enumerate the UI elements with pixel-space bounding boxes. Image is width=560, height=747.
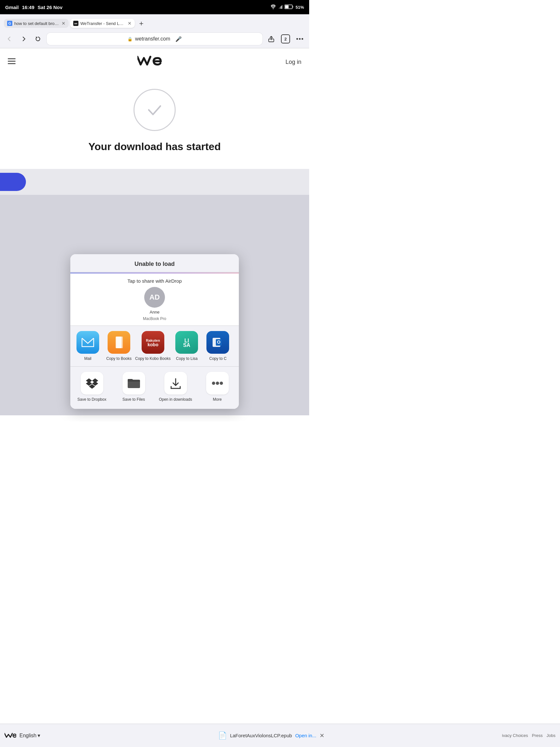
tab-1-favicon: G (7, 21, 12, 26)
tab-2-favicon: we (73, 21, 78, 26)
app-label-books: Copy to Books (106, 356, 132, 361)
svg-text:SA: SA (183, 342, 191, 348)
svg-text:kobo: kobo (148, 342, 158, 347)
status-time: 16:49 (22, 4, 34, 10)
svg-rect-5 (293, 6, 293, 7)
svg-point-34 (216, 382, 219, 385)
svg-text:O: O (217, 339, 221, 345)
action-label-dropbox: Save to Dropbox (77, 397, 106, 402)
svg-point-15 (302, 38, 303, 40)
share-sheet-title: Unable to load (76, 261, 234, 267)
status-bar-left: Gmail 16:49 Sat 26 Nov (5, 4, 62, 10)
app-item-lisa[interactable]: LI SA Copy to Lisa (172, 331, 202, 361)
tab-2-title: WeTransfer - Send Large (80, 21, 126, 26)
svg-rect-16 (8, 58, 16, 59)
menu-button[interactable] (8, 58, 16, 66)
action-item-files[interactable]: Save to Files (115, 372, 153, 402)
action-label-files: Save to Files (123, 397, 145, 402)
app-item-kobo[interactable]: Rakuten kobo Copy to Kobo Books (135, 331, 170, 361)
back-button[interactable] (4, 33, 15, 45)
kobo-app-icon: Rakuten kobo (142, 331, 164, 354)
share-sheet-container: Unable to load Tap to share with AirDrop… (0, 195, 309, 415)
svg-marker-11 (36, 36, 37, 38)
app-label-lisa: Copy to Lisa (176, 356, 198, 361)
lock-icon: 🔒 (127, 36, 133, 42)
svg-point-35 (220, 382, 223, 385)
app-row-scroll: Mail Copy to Books R (73, 331, 236, 361)
action-row: Save to Dropbox Save to Files (70, 367, 239, 409)
app-label-outlook: Copy to C (209, 356, 226, 361)
svg-point-33 (212, 382, 215, 385)
airdrop-device-model: MacBook Pro (143, 316, 166, 321)
reload-button[interactable] (32, 33, 44, 45)
tab-1-title: how to set default brows (14, 21, 60, 26)
tab-1[interactable]: G how to set default brows ✕ (4, 19, 69, 28)
svg-marker-3 (279, 8, 279, 9)
app-label-kobo: Copy to Kobo Books (135, 356, 170, 361)
tab-1-close[interactable]: ✕ (61, 21, 65, 26)
status-bar: Gmail 16:49 Sat 26 Nov (0, 0, 309, 14)
status-date: Sat 26 Nov (37, 4, 62, 10)
svg-marker-1 (281, 6, 281, 9)
airdrop-device-name: Anne (150, 310, 159, 314)
tab-2-close[interactable]: ✕ (128, 21, 132, 26)
share-sheet: Unable to load Tap to share with AirDrop… (70, 254, 239, 409)
app-item-outlook[interactable]: O Copy to C (203, 331, 233, 361)
outlook-app-icon: O (207, 331, 229, 354)
app-item-books[interactable]: Copy to Books (104, 331, 134, 361)
main-content: Your download has started (0, 76, 309, 169)
url-text: wetransfer.com (135, 36, 170, 42)
we-logo (137, 54, 163, 70)
action-item-dropbox[interactable]: Save to Dropbox (73, 372, 111, 402)
svg-text:we: we (74, 22, 77, 25)
lisa-app-icon: LI SA (175, 331, 198, 354)
app-row: Mail Copy to Books R (70, 326, 239, 367)
signal-icon (278, 4, 283, 10)
more-icon-box (206, 372, 229, 394)
login-button[interactable]: Log in (286, 59, 301, 66)
battery-percent: 51% (296, 5, 304, 10)
action-item-more[interactable]: More (198, 372, 236, 402)
tabs-count-badge: 2 (281, 34, 290, 44)
airdrop-section: Tap to share with AirDrop AD Anne MacBoo… (70, 274, 239, 326)
share-sheet-header: Unable to load (70, 254, 239, 272)
svg-text:G: G (8, 21, 11, 25)
svg-rect-6 (285, 5, 288, 8)
action-label-more: More (213, 397, 222, 402)
site-header: Log in (0, 48, 309, 76)
wifi-icon (270, 4, 276, 10)
svg-marker-0 (282, 5, 282, 9)
new-tab-button[interactable]: ＋ (136, 18, 146, 28)
address-field[interactable]: 🔒 wetransfer.com 🎤 (47, 33, 263, 45)
app-label-mail: Mail (84, 356, 91, 361)
dropbox-icon-box (81, 372, 103, 394)
forward-button[interactable] (18, 33, 29, 45)
mic-icon[interactable]: 🎤 (175, 36, 182, 42)
app-name: Gmail (5, 4, 19, 10)
download-title: Your download has started (88, 141, 221, 153)
action-label-downloads: Open in downloads (159, 397, 192, 402)
checkmark-circle (134, 89, 176, 131)
svg-rect-17 (8, 61, 16, 62)
svg-point-13 (296, 38, 298, 40)
airdrop-device[interactable]: AD Anne MacBook Pro (143, 287, 166, 321)
browser-chrome: G how to set default brows ✕ we WeTransf… (0, 14, 309, 48)
action-grid: Save to Dropbox Save to Files (73, 372, 236, 402)
books-app-icon (108, 331, 130, 354)
svg-rect-18 (8, 63, 16, 64)
action-item-downloads[interactable]: Open in downloads (157, 372, 194, 402)
airdrop-tap-text: Tap to share with AirDrop (127, 278, 182, 284)
battery-icon (285, 4, 294, 10)
share-button[interactable] (266, 33, 277, 45)
svg-marker-2 (280, 7, 280, 9)
more-button[interactable] (294, 33, 305, 45)
page-middle (0, 169, 309, 195)
download-button-partial[interactable] (0, 173, 26, 191)
address-bar-row: 🔒 wetransfer.com 🎤 2 (0, 31, 309, 48)
tabs-button[interactable]: 2 (280, 33, 291, 45)
status-bar-right: 51% (270, 4, 304, 10)
downloads-icon-box (164, 372, 187, 394)
tab-2[interactable]: we WeTransfer - Send Large ✕ (70, 19, 135, 28)
app-item-mail[interactable]: Mail (73, 331, 103, 361)
files-icon-box (123, 372, 145, 394)
